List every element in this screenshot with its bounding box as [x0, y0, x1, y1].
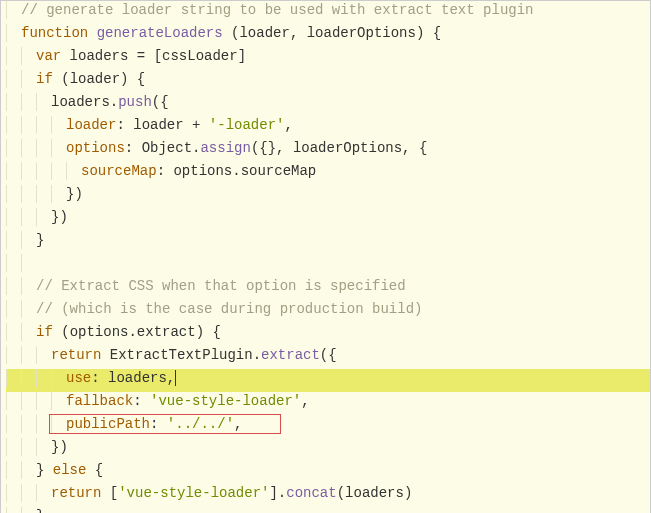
token: generateLoaders [97, 25, 223, 41]
indent-guides [6, 162, 81, 185]
code-line[interactable]: // Extract CSS when that option is speci… [6, 277, 650, 300]
token: return [51, 485, 110, 501]
code-line[interactable]: if (loader) { [6, 70, 650, 93]
token: loaders [345, 485, 404, 501]
code-line[interactable]: }) [6, 438, 650, 461]
token: options [173, 163, 232, 179]
token: cssLoader [162, 48, 238, 64]
code-line[interactable]: function generateLoaders (loader, loader… [6, 24, 650, 47]
code-line[interactable]: }) [6, 185, 650, 208]
code-line[interactable]: loader: loader + '-loader', [6, 116, 650, 139]
indent-guides [6, 369, 66, 392]
indent-guides [6, 346, 51, 369]
indent-guides [6, 231, 36, 254]
code-content: if (loader) { [36, 70, 145, 88]
token: : [91, 370, 108, 386]
indent-guides [6, 277, 36, 300]
code-line[interactable]: }) [6, 208, 650, 231]
token: , [290, 25, 307, 41]
code-content: options: Object.assign({}, loaderOptions… [66, 139, 427, 157]
code-line[interactable]: } else { [6, 461, 650, 484]
code-line[interactable]: if (options.extract) { [6, 323, 650, 346]
indent-guides [6, 392, 66, 415]
indent-guides [6, 254, 36, 277]
code-line[interactable]: return ['vue-style-loader'].concat(loade… [6, 484, 650, 507]
indent-guides [6, 438, 51, 461]
indent-guides [6, 323, 36, 346]
token: , [167, 370, 175, 386]
code-line[interactable] [6, 254, 650, 277]
code-line[interactable]: return ExtractTextPlugin.extract({ [6, 346, 650, 369]
token: loader [239, 25, 289, 41]
code-content: } [36, 231, 44, 249]
code-content: return ExtractTextPlugin.extract({ [51, 346, 337, 364]
token: ( [61, 324, 69, 340]
code-line[interactable]: // generate loader string to be used wit… [6, 1, 650, 24]
code-content: } [36, 507, 44, 513]
code-content: loader: loader + '-loader', [66, 116, 293, 134]
token: . [110, 94, 118, 110]
token: ( [337, 485, 345, 501]
code-line[interactable]: fallback: 'vue-style-loader', [6, 392, 650, 415]
code-line[interactable]: // (which is the case during production … [6, 300, 650, 323]
code-content: function generateLoaders (loader, loader… [21, 24, 441, 42]
token: assign [200, 140, 250, 156]
code-content: fallback: 'vue-style-loader', [66, 392, 310, 410]
token: , [284, 117, 292, 133]
indent-guides [6, 1, 21, 24]
token: . [232, 163, 240, 179]
code-content: loaders.push({ [51, 93, 169, 111]
code-content: }) [66, 185, 83, 203]
indent-guides [6, 415, 66, 438]
token: ) { [196, 324, 221, 340]
code-line[interactable]: use: loaders, [6, 369, 650, 392]
token: // generate loader string to be used wit… [21, 2, 533, 18]
token: extract [137, 324, 196, 340]
token: else [53, 462, 95, 478]
token: Object [142, 140, 192, 156]
token: 'vue-style-loader' [150, 393, 301, 409]
indent-guides [6, 93, 51, 116]
code-line[interactable]: sourceMap: options.sourceMap [6, 162, 650, 185]
token: ] [238, 48, 246, 64]
code-line[interactable]: loaders.push({ [6, 93, 650, 116]
indent-guides [6, 484, 51, 507]
token: [ [110, 485, 118, 501]
token: loaders [70, 48, 137, 64]
code-content: // generate loader string to be used wit… [21, 1, 533, 19]
token: if [36, 324, 61, 340]
code-content: use: loaders, [66, 369, 175, 387]
code-content: // Extract CSS when that option is speci… [36, 277, 406, 295]
token: // (which is the case during production … [36, 301, 422, 317]
text-cursor [175, 370, 176, 386]
token: sourceMap [241, 163, 317, 179]
token: : [133, 393, 150, 409]
code-content: } else { [36, 461, 103, 479]
code-line[interactable]: } [6, 231, 650, 254]
token: return [51, 347, 110, 363]
token: { [95, 462, 103, 478]
token: } [36, 232, 44, 248]
token: ) { [120, 71, 145, 87]
code-editor[interactable]: // generate loader string to be used wit… [1, 1, 650, 513]
token: . [253, 347, 261, 363]
token: = [ [137, 48, 162, 64]
code-line[interactable]: publicPath: '../../', [6, 415, 650, 438]
indent-guides [6, 24, 21, 47]
indent-guides [6, 116, 66, 139]
code-content: return ['vue-style-loader'].concat(loade… [51, 484, 412, 502]
code-line[interactable]: } [6, 507, 650, 513]
code-content: }) [51, 208, 68, 226]
token: + [192, 117, 209, 133]
code-line[interactable]: var loaders = [cssLoader] [6, 47, 650, 70]
token: loader [70, 71, 120, 87]
indent-guides [6, 70, 36, 93]
code-line[interactable]: options: Object.assign({}, loaderOptions… [6, 139, 650, 162]
token: loader [133, 117, 192, 133]
token: , { [402, 140, 427, 156]
token: } [36, 462, 53, 478]
code-content: publicPath: '../../', [66, 415, 242, 433]
token: ExtractTextPlugin [110, 347, 253, 363]
token: : [116, 117, 133, 133]
indent-guides [6, 208, 51, 231]
